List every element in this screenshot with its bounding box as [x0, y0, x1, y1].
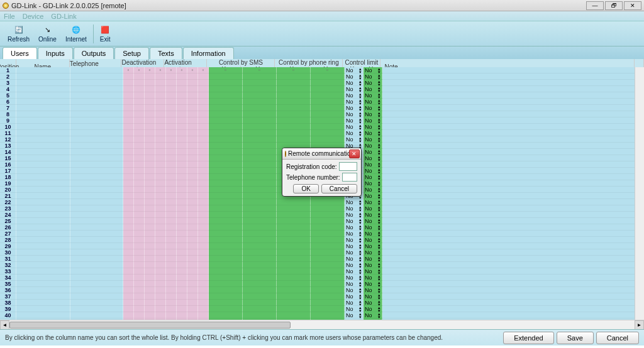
telephone-number-label: Telephone number:: [286, 174, 340, 181]
registration-code-label: Registration code:: [286, 163, 337, 170]
dialog-titlebar[interactable]: Remote communication sett... ✕: [282, 148, 361, 160]
dialog-close-button[interactable]: ✕: [349, 150, 360, 158]
dialog-title-text: Remote communication sett...: [288, 150, 349, 157]
dialog-cancel-button[interactable]: Cancel: [321, 184, 357, 193]
telephone-number-input[interactable]: [342, 173, 357, 182]
dialog-overlay: Remote communication sett... ✕ Registrat…: [0, 0, 644, 348]
dialog-body: Registration code: Telephone number: OK …: [282, 160, 361, 196]
dialog-icon: [285, 151, 286, 157]
registration-code-input[interactable]: [339, 162, 357, 171]
remote-comm-dialog: Remote communication sett... ✕ Registrat…: [282, 148, 362, 197]
dialog-ok-button[interactable]: OK: [293, 184, 318, 193]
